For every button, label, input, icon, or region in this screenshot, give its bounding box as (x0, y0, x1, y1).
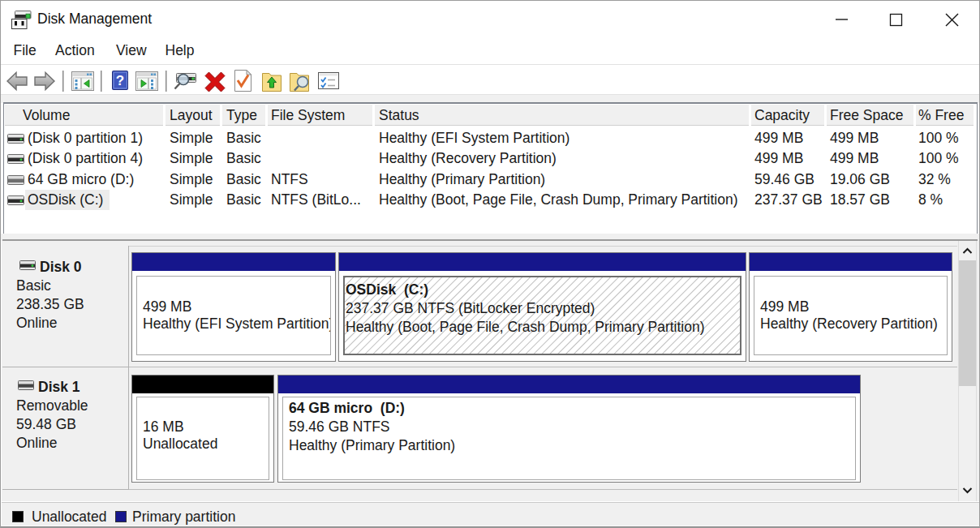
svg-text:?: ? (116, 73, 124, 88)
